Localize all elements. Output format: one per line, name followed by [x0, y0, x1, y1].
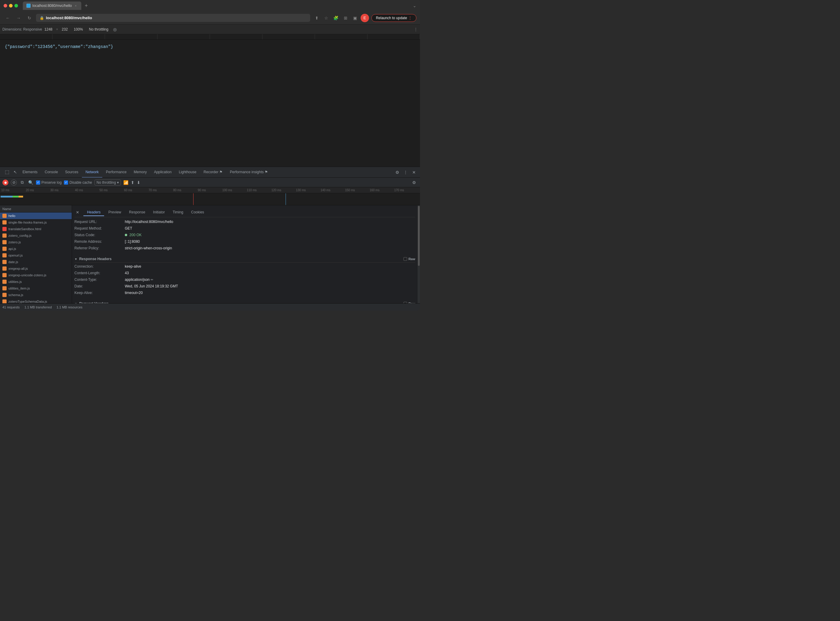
tab-cookies[interactable]: Cookies — [187, 209, 208, 216]
profile-icon[interactable]: ⊞ — [342, 14, 350, 22]
network-settings-icon[interactable]: ⚙ — [410, 179, 418, 186]
file-item-xregexp-unicode[interactable]: xregexp-unicode-zotero.js — [0, 272, 72, 279]
tab-lighthouse[interactable]: Lighthouse — [175, 167, 200, 178]
tab-favicon: 🌐 — [26, 4, 30, 8]
tick-120ms: 120 ms — [272, 189, 296, 192]
close-devtools-icon[interactable]: ✕ — [410, 169, 418, 176]
referrer-policy-val: strict-origin-when-cross-origin — [125, 246, 415, 251]
back-button[interactable]: ← — [4, 14, 12, 22]
connection-row: Connection: keep-alive — [74, 264, 415, 270]
preserve-log-checkbox[interactable]: ✓ Preserve log — [36, 180, 61, 185]
file-item-date[interactable]: date.js — [0, 259, 72, 265]
wifi-icon[interactable]: 📶 — [123, 180, 128, 185]
headers-panel: ✕ Headers Preview Response Initiator Tim… — [72, 205, 418, 303]
remote-address-key: Remote Address: — [74, 239, 122, 245]
tab-elements[interactable]: Elements — [19, 167, 41, 178]
tab-timing[interactable]: Timing — [169, 209, 187, 216]
file-name-ztsd: zoteroTypeSchemaData.js — [8, 300, 69, 303]
headers-close-button[interactable]: ✕ — [74, 209, 81, 215]
file-item-utilities-item[interactable]: utilities_item.js — [0, 285, 72, 292]
browser-window: 🌐 localhost:8080/mvc/hello × + ⌄ ← → ↻ 🔒… — [0, 0, 420, 310]
scrollbar-area[interactable] — [418, 205, 420, 303]
file-item-openurl[interactable]: openurl.js — [0, 252, 72, 259]
file-item-xregexp-all[interactable]: xregexp-all.js — [0, 265, 72, 272]
file-icon-xru — [2, 273, 7, 277]
file-item-zotero-config[interactable]: zotero_config.js — [0, 232, 72, 239]
response-headers-raw-checkbox[interactable]: Raw — [404, 257, 415, 261]
request-headers-section[interactable]: ▼ Request Headers Raw — [74, 300, 415, 303]
address-input[interactable]: 🔒 localhost:8080/mvc/hello — [36, 14, 310, 22]
tab-cursor[interactable]: ↖ — [12, 167, 19, 178]
more-options-icon[interactable]: ⋮ — [414, 27, 418, 32]
tab-inspect[interactable]: ⬚ — [2, 167, 12, 178]
tab-response[interactable]: Response — [125, 209, 149, 216]
tab-application[interactable]: Application — [150, 167, 175, 178]
request-method-val: GET — [125, 226, 415, 232]
status-dot — [125, 234, 127, 236]
file-item-utilities[interactable]: utilities.js — [0, 279, 72, 285]
new-tab-button[interactable]: + — [82, 2, 90, 9]
tab-sources[interactable]: Sources — [61, 167, 82, 178]
throttle-select[interactable]: No throttling ▾ — [94, 180, 121, 186]
connection-key: Connection: — [74, 264, 122, 270]
search-button[interactable]: 🔍 — [27, 180, 33, 186]
tab-headers[interactable]: Headers — [84, 209, 104, 216]
relaunch-chevron: ⋮ — [408, 16, 412, 20]
more-tools-icon[interactable]: ⋮ — [402, 169, 409, 176]
relaunch-label: Relaunch to update — [376, 16, 407, 20]
toolbar-icons: ⬆ ☆ 🧩 ⊞ ▣ E — [313, 14, 369, 22]
reload-button[interactable]: ↻ — [25, 14, 33, 22]
tab-console[interactable]: Console — [41, 167, 61, 178]
share-icon[interactable]: ⬆ — [313, 14, 321, 22]
file-icon-zc — [2, 233, 7, 238]
disable-cache-checkbox[interactable]: ✓ Disable cache — [64, 180, 92, 185]
bookmark-icon[interactable]: ☆ — [322, 14, 331, 22]
file-item-zotero-type-schema[interactable]: zoteroTypeSchemaData.js — [0, 298, 72, 303]
download-icon[interactable]: ⬇ — [137, 180, 140, 185]
sidebar-icon[interactable]: ▣ — [351, 14, 359, 22]
file-item-translate-sandbox[interactable]: translateSandbox.html — [0, 226, 72, 232]
tab-recorder[interactable]: Recorder ⚑ — [200, 167, 226, 178]
maximize-button[interactable] — [14, 4, 18, 8]
tab-performance-insights[interactable]: Performance insights ⚑ — [226, 167, 272, 178]
upload-icon[interactable]: ⬆ — [131, 180, 134, 185]
file-item-api[interactable]: api.js — [0, 245, 72, 252]
file-name-xra: xregexp-all.js — [8, 267, 69, 270]
tab-close-button[interactable]: × — [73, 4, 78, 8]
relaunch-button[interactable]: Relaunch to update ⋮ — [371, 14, 416, 22]
extensions-icon[interactable]: 🧩 — [332, 14, 340, 22]
scrollbar-thumb[interactable] — [418, 206, 420, 266]
file-item-schema[interactable]: schema.js — [0, 292, 72, 298]
response-headers-section[interactable]: ▼ Response Headers Raw — [74, 255, 415, 262]
edit-content-type-icon[interactable]: ✏ — [150, 278, 153, 282]
clear-button[interactable]: ⊘ — [11, 180, 17, 186]
status-bar: 41 requests 1.1 MB transferred 1.1 MB re… — [0, 303, 420, 310]
file-item-single-file-hooks[interactable]: single-file-hooks-frames.js — [0, 219, 72, 226]
record-button[interactable]: ⏺ — [2, 180, 8, 186]
tab-memory[interactable]: Memory — [130, 167, 150, 178]
forward-button[interactable]: → — [14, 14, 23, 22]
tick-100ms: 100 ms — [222, 189, 247, 192]
file-list: Name hello single-file-hooks-frames.js t… — [0, 205, 72, 303]
referrer-policy-key: Referrer Policy: — [74, 246, 122, 251]
filter-button[interactable]: ⧉ — [19, 180, 25, 186]
file-item-hello[interactable]: hello — [0, 212, 72, 219]
settings-icon[interactable]: ⚙ — [393, 169, 401, 176]
tab-preview[interactable]: Preview — [105, 209, 125, 216]
file-item-zotero[interactable]: zotero.js — [0, 239, 72, 245]
minimize-button[interactable] — [9, 4, 12, 8]
active-tab[interactable]: 🌐 localhost:8080/mvc/hello × — [23, 2, 81, 10]
user-icon[interactable]: E — [361, 14, 369, 22]
tab-performance[interactable]: Performance — [102, 167, 130, 178]
tick-60ms: 60 ms — [124, 189, 149, 192]
main-content-area: {"password":"123456","username":"zhangsa… — [0, 39, 420, 167]
tick-110ms: 110 ms — [247, 189, 272, 192]
devtools-responsive-bar: Dimensions: Responsive 1248 × 232 100% N… — [0, 24, 420, 34]
tab-initiator[interactable]: Initiator — [149, 209, 168, 216]
close-button[interactable] — [4, 4, 7, 8]
ruler-mark — [158, 34, 210, 39]
keep-alive-val: timeout=20 — [125, 291, 415, 296]
responsive-icon[interactable]: ◎ — [113, 27, 117, 32]
tab-network[interactable]: Network — [82, 167, 102, 178]
tab-expand-icon[interactable]: ⌄ — [413, 3, 416, 8]
